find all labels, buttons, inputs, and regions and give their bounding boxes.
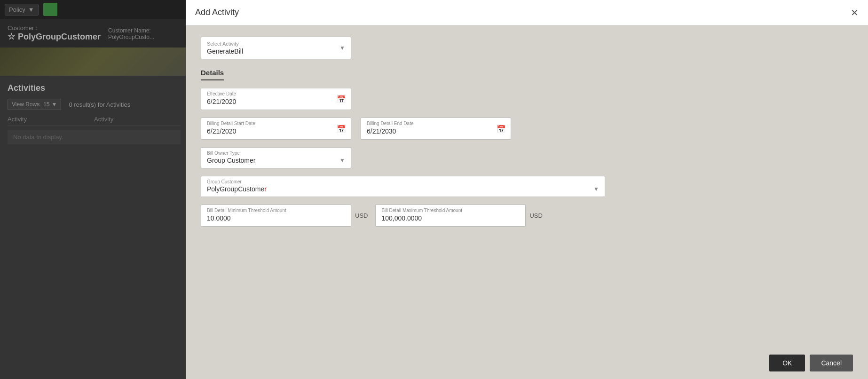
min-threshold-value: 10.0000 [207, 214, 231, 222]
group-customer-arrow: ▼ [593, 186, 599, 192]
threshold-row: Bill Detail Minimum Threshold Amount 10.… [201, 205, 853, 227]
bill-owner-type-arrow: ▼ [339, 157, 345, 164]
billing-start-field[interactable]: Billing Detail Start Date 6/21/2020 📅 [201, 118, 351, 140]
group-customer-red-char: r [264, 185, 267, 193]
add-activity-modal: Add Activity ✕ Select Activity GenerateB… [186, 0, 868, 379]
effective-date-calendar-icon[interactable]: 📅 [337, 95, 346, 103]
billing-end-value: 6/21/2030 [367, 127, 396, 135]
billing-end-label: Billing Detail End Date [367, 121, 505, 126]
select-activity-label: Select Activity [207, 41, 243, 47]
select-activity-arrow: ▼ [339, 45, 345, 51]
select-activity-dropdown[interactable]: Select Activity GenerateBill ▼ [201, 37, 351, 59]
select-activity-value: GenerateBill [207, 47, 243, 55]
details-title: Details [201, 69, 224, 80]
billing-dates-row: Billing Detail Start Date 6/21/2020 📅 Bi… [201, 118, 853, 140]
close-button[interactable]: ✕ [851, 8, 859, 17]
group-customer-label: Group Customer [207, 179, 599, 184]
effective-date-row: Effective Date 6/21/2020 📅 [201, 88, 853, 110]
max-threshold-value: 100,000.0000 [381, 214, 422, 222]
effective-date-value: 6/21/2020 [207, 98, 236, 105]
min-threshold-field[interactable]: Bill Detail Minimum Threshold Amount 10.… [201, 205, 351, 227]
billing-end-field[interactable]: Billing Detail End Date 6/21/2030 📅 [361, 118, 511, 140]
modal-body: Select Activity GenerateBill ▼ Details E… [186, 25, 868, 347]
billing-start-value: 6/21/2020 [207, 127, 236, 135]
bill-owner-type-dropdown[interactable]: Bill Owner Type Group Customer ▼ [201, 147, 351, 168]
max-threshold-currency: USD [529, 212, 542, 219]
bill-owner-type-label: Bill Owner Type [207, 150, 345, 156]
group-customer-prefix: PolyGroupCustome [207, 185, 264, 193]
group-customer-dropdown[interactable]: Group Customer PolyGroupCustomer ▼ [201, 176, 605, 197]
effective-date-field[interactable]: Effective Date 6/21/2020 📅 [201, 88, 351, 110]
select-activity-group: Select Activity GenerateBill ▼ [201, 37, 853, 59]
bill-owner-row: Bill Owner Type Group Customer ▼ [201, 147, 853, 168]
max-threshold-label: Bill Detail Maximum Threshold Amount [381, 208, 520, 213]
bill-owner-value-row: Group Customer ▼ [207, 157, 345, 164]
group-customer-value-row: PolyGroupCustomer ▼ [207, 185, 599, 193]
min-threshold-label: Bill Detail Minimum Threshold Amount [207, 208, 345, 213]
cancel-button[interactable]: Cancel [810, 355, 853, 371]
billing-start-calendar-icon[interactable]: 📅 [337, 124, 346, 133]
modal-title: Add Activity [195, 8, 239, 17]
group-customer-value: PolyGroupCustomer [207, 185, 267, 193]
max-threshold-wrapper: Bill Detail Maximum Threshold Amount 100… [375, 205, 542, 227]
min-threshold-wrapper: Bill Detail Minimum Threshold Amount 10.… [201, 205, 368, 227]
billing-start-label: Billing Detail Start Date [207, 121, 345, 126]
max-threshold-field[interactable]: Bill Detail Maximum Threshold Amount 100… [375, 205, 526, 227]
effective-date-label: Effective Date [207, 91, 345, 96]
min-threshold-currency: USD [355, 212, 368, 219]
bill-owner-type-value: Group Customer [207, 157, 255, 164]
billing-end-calendar-icon[interactable]: 📅 [497, 124, 506, 133]
ok-button[interactable]: OK [769, 355, 805, 371]
modal-footer: OK Cancel [186, 347, 868, 379]
modal-header: Add Activity ✕ [186, 0, 868, 25]
details-section: Details Effective Date 6/21/2020 📅 Billi… [201, 69, 853, 227]
